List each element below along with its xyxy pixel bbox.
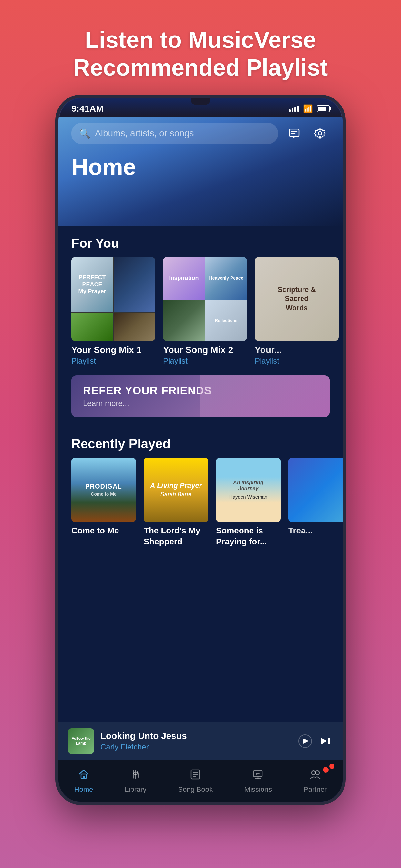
page-title: Home <box>71 154 330 180</box>
album-card-3[interactable]: An InspiringJourney Hayden Wiseman Someo… <box>216 458 281 547</box>
svg-marker-6 <box>321 738 327 744</box>
for-you-title: For You <box>58 226 343 257</box>
playlist-3-type: Playlist <box>255 356 339 366</box>
playlist-1-thumb: PERFECT PEACEMy Prayer <box>71 257 155 341</box>
volume-up-button[interactable] <box>343 175 346 201</box>
power-button[interactable] <box>55 195 58 234</box>
album-1-name: Come to Me <box>71 525 136 536</box>
missions-nav-icon <box>252 768 264 783</box>
now-playing-title: Looking Unto Jesus <box>100 731 291 741</box>
next-button[interactable] <box>319 734 333 748</box>
search-placeholder-text: Albums, artists, or songs <box>95 128 194 138</box>
playlist-card-3[interactable]: Scripture &SacredWords Your... Playlist <box>255 257 339 366</box>
status-icons: 📶 <box>289 104 330 113</box>
bottom-nav: Home Library <box>58 760 343 802</box>
messages-button[interactable] <box>284 124 304 143</box>
now-playing-bar[interactable]: Follow the Lamb Looking Unto Jesus Carly… <box>58 722 343 760</box>
now-playing-controls <box>298 734 333 748</box>
svg-rect-0 <box>289 129 299 136</box>
library-nav-icon <box>129 768 142 783</box>
recently-played-title: Recently Played <box>58 427 343 458</box>
battery-icon <box>317 105 330 113</box>
search-icon: 🔍 <box>79 128 90 139</box>
volume-down-button[interactable] <box>343 208 346 234</box>
status-time: 9:41AM <box>71 104 104 114</box>
search-input-wrapper[interactable]: 🔍 Albums, artists, or songs <box>71 123 278 144</box>
for-you-section: For You PERFECT PEACEMy Prayer Your Son <box>58 226 343 366</box>
mix2-cell-3: Reflections <box>205 300 247 341</box>
playlist-card-1[interactable]: PERFECT PEACEMy Prayer Your Song Mix 1 P… <box>71 257 155 366</box>
recently-played-scroll[interactable]: PRODIGAL Come to Me Come to Me A Living … <box>58 458 343 547</box>
signal-icon <box>289 105 299 112</box>
scroll-area[interactable]: For You PERFECT PEACEMy Prayer Your Son <box>58 226 343 802</box>
playlist-2-name: Your Song Mix 2 <box>163 345 247 355</box>
album-4-name: Trea... <box>288 525 343 536</box>
svg-marker-5 <box>304 739 309 744</box>
mix2-cell-2 <box>163 300 205 341</box>
now-playing-art: Follow the Lamb <box>68 728 94 754</box>
play-button[interactable] <box>298 734 312 748</box>
phone-notch <box>191 98 210 105</box>
wifi-icon: 📶 <box>303 104 313 113</box>
album-3-name: Someone is Praying for... <box>216 525 281 547</box>
refer-banner[interactable]: REFER YOUR FRIENDS Learn more... <box>71 375 330 417</box>
nav-home-label: Home <box>74 785 93 794</box>
album-card-2[interactable]: A Living PrayerSarah Barte The Lord's My… <box>144 458 208 547</box>
phone-frame: 9:41AM 📶 🔍 Albums, artists, or songs <box>55 95 346 805</box>
svg-point-20 <box>315 771 319 775</box>
nav-songbook[interactable]: Song Book <box>172 765 219 797</box>
nav-home[interactable]: Home <box>68 765 100 797</box>
playlist-card-2[interactable]: Inspiration Heavenly Peace Reflections Y… <box>163 257 247 366</box>
thumb-cell-1 <box>114 257 155 312</box>
nav-library[interactable]: Library <box>118 765 153 797</box>
album-card-4[interactable]: Trea... <box>288 458 343 547</box>
album-1-thumb: PRODIGAL Come to Me <box>71 458 136 522</box>
thumb-cell-0: PERFECT PEACEMy Prayer <box>71 257 113 312</box>
album-4-thumb <box>288 458 343 522</box>
album-2-name: The Lord's My Shepperd <box>144 525 208 547</box>
nav-library-label: Library <box>125 785 146 794</box>
thumb-cell-3 <box>114 313 155 341</box>
now-playing-info: Looking Unto Jesus Carly Fletcher <box>100 731 291 751</box>
playlist-3-name: Your... <box>255 345 339 355</box>
promo-title: Listen to MusicVerse Recommended Playlis… <box>73 26 328 82</box>
album-card-1[interactable]: PRODIGAL Come to Me Come to Me <box>71 458 136 547</box>
nav-missions-label: Missions <box>244 785 272 794</box>
thumb-cell-2 <box>71 313 113 341</box>
partner-notification-badge <box>323 767 329 773</box>
songbook-nav-icon <box>189 768 202 783</box>
nav-missions[interactable]: Missions <box>238 765 279 797</box>
playlist-2-type: Playlist <box>163 356 247 366</box>
promo-header: Listen to MusicVerse Recommended Playlis… <box>54 0 347 95</box>
svg-rect-9 <box>83 776 85 779</box>
svg-point-3 <box>318 132 321 135</box>
album-3-thumb: An InspiringJourney Hayden Wiseman <box>216 458 281 522</box>
header-icons <box>284 124 330 143</box>
svg-marker-16 <box>256 773 260 775</box>
partner-nav-icon <box>309 768 321 783</box>
svg-point-19 <box>312 771 315 775</box>
mix2-cell-0: Inspiration <box>163 257 205 300</box>
for-you-scroll[interactable]: PERFECT PEACEMy Prayer Your Song Mix 1 P… <box>58 257 343 366</box>
nav-partner[interactable]: Partner <box>297 765 333 797</box>
home-nav-icon <box>78 768 90 783</box>
app-header: 🔍 Albums, artists, or songs <box>58 117 343 226</box>
now-playing-artist: Carly Fletcher <box>100 742 291 751</box>
album-2-thumb: A Living PrayerSarah Barte <box>144 458 208 522</box>
playlist-3-thumb: Scripture &SacredWords <box>255 257 339 341</box>
playlist-1-name: Your Song Mix 1 <box>71 345 155 355</box>
recently-played-section: Recently Played PRODIGAL Come to Me Come… <box>58 427 343 547</box>
nav-songbook-label: Song Book <box>178 785 213 794</box>
search-bar: 🔍 Albums, artists, or songs <box>71 123 330 144</box>
playlist-2-thumb: Inspiration Heavenly Peace Reflections <box>163 257 247 341</box>
settings-button[interactable] <box>310 124 330 143</box>
playlist-1-type: Playlist <box>71 356 155 366</box>
app-content: 🔍 Albums, artists, or songs <box>58 117 343 802</box>
nav-partner-label: Partner <box>304 785 327 794</box>
mix2-cell-1: Heavenly Peace <box>205 257 247 300</box>
svg-rect-7 <box>328 738 330 744</box>
